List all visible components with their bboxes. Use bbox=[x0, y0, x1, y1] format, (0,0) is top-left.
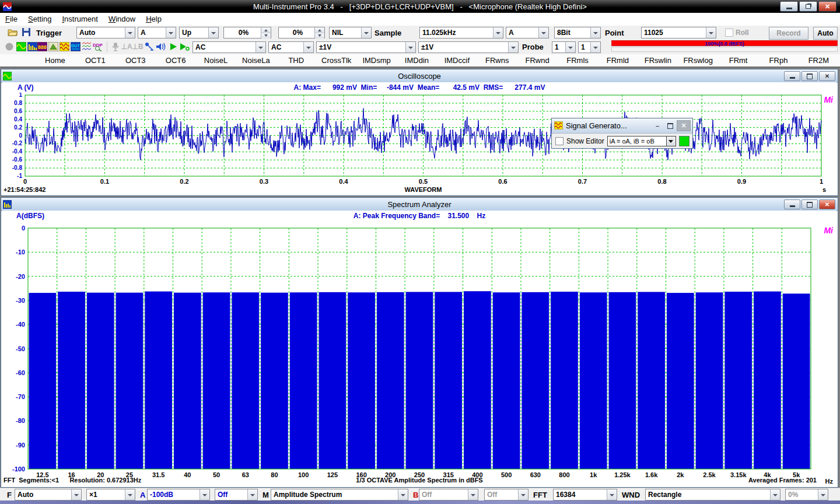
auto-button[interactable]: Auto bbox=[813, 27, 838, 40]
tab-frmld[interactable]: FRmld bbox=[597, 54, 638, 66]
tab-imdccif[interactable]: IMDccif bbox=[437, 54, 477, 66]
open-file-button[interactable] bbox=[7, 27, 18, 37]
a-shift-select[interactable]: Off bbox=[215, 489, 258, 501]
oscilloscope-title: Oscilloscope bbox=[1, 72, 838, 80]
tab-oct1[interactable]: OCT1 bbox=[75, 54, 116, 66]
run-loop-icon[interactable] bbox=[179, 41, 190, 52]
record-points-select[interactable]: 11025 bbox=[641, 27, 716, 38]
probe-calibrate-a-icon[interactable]: ⊥A bbox=[121, 41, 132, 52]
close-button[interactable]: ✕ bbox=[677, 120, 691, 131]
menu-help[interactable]: Help bbox=[141, 13, 167, 25]
b-shift-select[interactable]: Off bbox=[484, 489, 528, 501]
view-mode-select[interactable]: Amplitude Spectrum bbox=[271, 489, 408, 501]
range-b-select[interactable]: ±1V bbox=[418, 41, 519, 53]
window-function-select[interactable]: Rectangle bbox=[645, 489, 780, 501]
trigger-mode-select[interactable]: Auto bbox=[76, 27, 135, 38]
x-scale-select[interactable]: ×1 bbox=[86, 489, 135, 501]
probe-calibrate-b-icon[interactable]: ⊥B bbox=[132, 41, 143, 52]
trigger-source-select[interactable]: A bbox=[138, 27, 176, 38]
tab-fr2m[interactable]: FR2M bbox=[799, 54, 839, 66]
routing-select[interactable]: iA = oA, iB = oB bbox=[607, 136, 676, 146]
fft-size-select[interactable]: 16384 bbox=[553, 489, 617, 501]
range-a-select[interactable]: ±1V bbox=[316, 41, 416, 53]
input-level-meter: 100%(0.0 dBFS) bbox=[611, 40, 838, 46]
roll-checkbox[interactable]: Roll bbox=[725, 29, 749, 37]
sampling-rate-select[interactable]: 11.025kHz bbox=[419, 27, 503, 38]
tab-frswlog[interactable]: FRswlog bbox=[678, 54, 718, 66]
minimize-button[interactable] bbox=[784, 71, 800, 81]
tab-home[interactable]: Home bbox=[35, 54, 75, 66]
spectrum-footer-right: Averaged Frames: 201 bbox=[748, 477, 817, 484]
maximize-button[interactable] bbox=[664, 121, 677, 131]
menu-instrument[interactable]: Instrument bbox=[57, 13, 103, 25]
run-icon[interactable] bbox=[168, 41, 178, 52]
svg-text:-40: -40 bbox=[16, 321, 25, 328]
device-test-plan-icon[interactable]: DUT bbox=[70, 41, 80, 52]
maximize-button[interactable] bbox=[802, 200, 818, 209]
probe-a-select[interactable]: 1 bbox=[552, 41, 576, 53]
minimize-button[interactable] bbox=[780, 1, 798, 12]
derived-data-curves-icon[interactable] bbox=[81, 41, 92, 52]
speaker-icon[interactable] bbox=[155, 41, 166, 52]
multimeter-icon[interactable]: 888 bbox=[37, 41, 47, 52]
show-editor-checkbox[interactable] bbox=[555, 137, 564, 145]
trigger-level-stepper[interactable]: 0% bbox=[223, 27, 271, 38]
menu-window[interactable]: Window bbox=[103, 13, 141, 25]
tab-noisel[interactable]: NoiseL bbox=[196, 54, 236, 66]
tab-frph[interactable]: FRph bbox=[758, 54, 799, 66]
coupling-b-select[interactable]: AC bbox=[268, 41, 314, 53]
chevron-down-icon bbox=[590, 42, 600, 52]
spectrum-footer-center: 1/3 OCTAVE Amplitude Spectrum in dBFS bbox=[1, 477, 838, 484]
probe-b-select[interactable]: 1 bbox=[578, 41, 601, 53]
stepper-arrows[interactable] bbox=[314, 27, 324, 38]
sampling-channel-select[interactable]: A bbox=[506, 27, 549, 38]
sampling-bits-select[interactable]: 8Bit bbox=[554, 27, 601, 38]
tab-thd[interactable]: THD bbox=[276, 54, 316, 66]
overlap-select[interactable]: 0% bbox=[785, 489, 828, 501]
tab-frmt[interactable]: FRmt bbox=[718, 54, 758, 66]
chevron-down-icon bbox=[607, 489, 617, 500]
minimize-icon bbox=[790, 205, 795, 207]
tab-frwnd[interactable]: FRwnd bbox=[517, 54, 558, 66]
spectrum-3d-plot-icon[interactable] bbox=[48, 41, 58, 52]
tab-oct6[interactable]: OCT6 bbox=[156, 54, 196, 66]
signal-generator-icon[interactable] bbox=[59, 41, 69, 52]
tab-frmls[interactable]: FRmls bbox=[558, 54, 598, 66]
menu-setting[interactable]: Setting bbox=[23, 13, 57, 25]
tab-frwns[interactable]: FRwns bbox=[477, 54, 517, 66]
close-button[interactable]: ✕ bbox=[819, 200, 835, 209]
svg-text:DDP: DDP bbox=[93, 43, 103, 48]
svg-text:-0.8: -0.8 bbox=[12, 164, 23, 171]
sound-card-calibrate-icon[interactable] bbox=[144, 41, 155, 52]
trigger-frequency-select[interactable]: NIL bbox=[329, 27, 372, 38]
record-indicator-icon[interactable] bbox=[4, 41, 15, 52]
oscilloscope-icon[interactable] bbox=[16, 41, 26, 52]
tab-crosstlk[interactable]: CrossTlk bbox=[316, 54, 356, 66]
maximize-button[interactable] bbox=[802, 71, 818, 81]
minimize-button[interactable]: – bbox=[651, 121, 664, 131]
record-button[interactable]: Record bbox=[769, 27, 808, 40]
tab-noisela[interactable]: NoiseLa bbox=[236, 54, 276, 66]
tab-imdsmp[interactable]: IMDsmp bbox=[356, 54, 397, 66]
close-button[interactable]: ✕ bbox=[819, 71, 835, 81]
trigger-delay-stepper[interactable]: 0% bbox=[278, 27, 325, 38]
save-button[interactable] bbox=[21, 27, 32, 37]
tab-oct3[interactable]: OCT3 bbox=[116, 54, 156, 66]
close-button[interactable]: ✕ bbox=[818, 1, 836, 12]
tab-imddin[interactable]: IMDdin bbox=[397, 54, 437, 66]
frequency-mode-select[interactable]: Auto bbox=[15, 489, 82, 501]
spectrum-analyzer-icon[interactable] bbox=[27, 41, 37, 52]
minimize-button[interactable] bbox=[784, 200, 800, 209]
b-range-select[interactable]: Off bbox=[419, 489, 478, 501]
microphone-icon[interactable] bbox=[110, 41, 121, 52]
menu-file[interactable]: File bbox=[0, 13, 23, 25]
restore-button[interactable] bbox=[799, 1, 817, 12]
stepper-arrows[interactable] bbox=[261, 27, 271, 38]
signal-generator-icon bbox=[554, 121, 563, 130]
trigger-edge-select[interactable]: Up bbox=[179, 27, 219, 38]
generator-run-button[interactable] bbox=[679, 136, 690, 146]
coupling-a-select[interactable]: AC bbox=[192, 41, 266, 53]
a-range-select[interactable]: -100dB bbox=[147, 489, 210, 501]
ddp-viewer-icon[interactable]: DDP bbox=[92, 41, 103, 52]
tab-frswlin[interactable]: FRswlin bbox=[638, 54, 678, 66]
